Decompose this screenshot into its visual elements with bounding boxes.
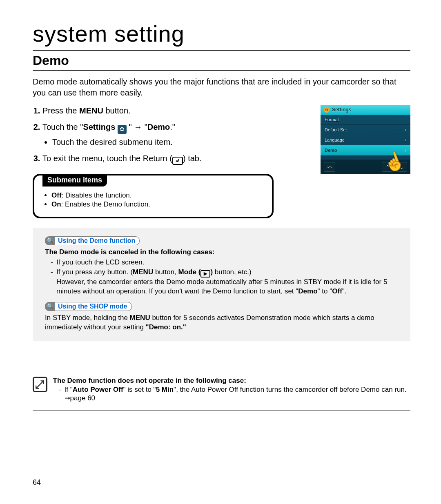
- panel-shop-text: In STBY mode, holding the MENU button fo…: [45, 313, 402, 332]
- submenu-title: Submenu items: [42, 174, 107, 187]
- panel-heading-shop-mode: 🔍 Using the SHOP mode: [45, 302, 402, 311]
- gear-icon: ✿: [324, 107, 330, 113]
- magnifier-icon: 🔍: [45, 302, 55, 311]
- note-icon: [33, 377, 47, 392]
- divider: [33, 374, 410, 374]
- divider: [33, 70, 410, 71]
- mode-play-icon: ▶: [200, 270, 210, 278]
- back-icon: ⤺: [324, 162, 335, 172]
- divider: [33, 411, 410, 411]
- screen-row-default-set: Default Set›: [321, 125, 410, 135]
- screen-header: ✿ Settings: [321, 105, 410, 115]
- step-2: Touch the "Settings ✿ " → "Demo." Touch …: [42, 121, 312, 148]
- steps-list: Press the MENU button. Touch the "Settin…: [33, 105, 312, 165]
- panel-lead: The Demo mode is canceled in the followi…: [45, 248, 402, 257]
- panel-li-2: If you press any button. (MENU button, M…: [51, 268, 402, 296]
- panel-li-1: If you touch the LCD screen.: [51, 258, 402, 267]
- note-lead: The Demo function does not operate in th…: [53, 377, 410, 385]
- submenu-box: Submenu items Off: Disables the function…: [33, 174, 274, 218]
- submenu-on: On: Enables the Demo function.: [51, 200, 264, 209]
- submenu-off: Off: Disables the function.: [51, 191, 264, 200]
- step-3: To exit the menu, touch the Return (⤾) t…: [42, 153, 312, 165]
- divider: [33, 50, 410, 51]
- gear-icon: ✿: [118, 125, 127, 134]
- intro-text: Demo mode automatically shows you the ma…: [33, 76, 410, 98]
- page-title: system setting: [33, 20, 410, 47]
- page-number: 64: [33, 478, 41, 487]
- magnifier-icon: 🔍: [45, 236, 55, 245]
- return-icon: ⤾: [172, 157, 183, 165]
- panel-heading-demo-function: 🔍 Using the Demo function: [45, 236, 402, 245]
- screen-row-language: Language›: [321, 135, 410, 145]
- step-1: Press the MENU button.: [42, 105, 312, 116]
- screen-row-format: Format: [321, 115, 410, 125]
- info-panel: 🔍 Using the Demo function The Demo mode …: [33, 228, 410, 341]
- note-li: If "Auto Power Off" is set to "5 Min", t…: [59, 386, 410, 402]
- camcorder-screenshot: ✿ Settings Format Default Set› Language›…: [321, 105, 410, 174]
- step-2-sub: Touch the desired submenu item.: [52, 136, 312, 148]
- section-heading: Demo: [33, 53, 410, 68]
- note-section: The Demo function does not operate in th…: [33, 374, 410, 411]
